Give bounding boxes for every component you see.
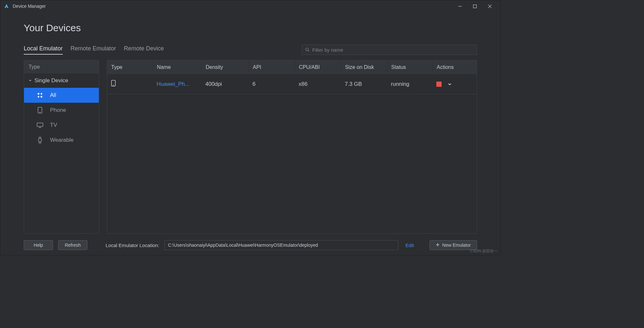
sidebar-item-label: TV [50,122,57,128]
svg-rect-9 [41,96,42,98]
sidebar-header: Type [24,60,99,73]
th-size: Size on Disk [341,60,387,74]
location-path: C:\Users\shaonaiyi\AppData\Local\Huawei\… [164,240,398,250]
maximize-button[interactable] [467,1,482,11]
footer: Help Refresh Local Emulator Location: C:… [24,240,477,250]
cell-api: 6 [249,81,295,87]
caret-down-icon [29,77,32,84]
sidebar: Type Single Device All [24,60,99,234]
window-title: Device Manager [13,4,46,9]
sidebar-item-label: All [50,92,56,98]
cell-cpu: x86 [295,81,341,87]
sidebar-item-all[interactable]: All [24,88,99,103]
minimize-button[interactable] [452,1,467,11]
sidebar-item-phone[interactable]: Phone [24,103,99,118]
grid-icon [36,93,44,98]
watch-icon [36,137,44,143]
cell-actions [432,82,477,87]
th-api: API [249,60,295,74]
tv-icon [36,123,44,128]
cell-type [107,80,153,88]
plus-icon [436,243,440,248]
sidebar-item-label: Phone [50,107,66,113]
phone-icon [111,82,116,88]
tab-local-emulator[interactable]: Local Emulator [24,45,63,55]
app-window: Device Manager Your Devices Local Emulat… [0,0,501,256]
tab-remote-emulator[interactable]: Remote Emulator [71,45,116,55]
edit-location-link[interactable]: Edit [406,243,414,248]
svg-point-14 [38,138,42,142]
actions-menu-button[interactable] [447,82,452,86]
tab-remote-device[interactable]: Remote Device [124,45,164,55]
refresh-button[interactable]: Refresh [58,240,87,250]
th-actions: Actions [432,60,477,74]
sidebar-item-wearable[interactable]: Wearable [24,133,99,148]
close-button[interactable] [482,1,497,11]
table-header: Type Name Density API CPU/ABI Size on Di… [107,60,477,74]
content: Your Devices Local Emulator Remote Emula… [24,22,477,250]
cell-name[interactable]: Huawei_Ph... [153,81,201,87]
app-logo-icon [4,3,9,9]
th-type: Type [107,60,153,74]
th-status: Status [387,60,432,74]
th-cpu: CPU/ABI [295,60,341,74]
th-name: Name [153,60,201,74]
search-icon [305,47,310,52]
help-button[interactable]: Help [24,240,53,250]
titlebar: Device Manager [0,0,500,12]
svg-rect-12 [37,123,43,126]
phone-icon [36,107,44,113]
sidebar-group-single-device[interactable]: Single Device [24,73,99,88]
sidebar-item-label: Wearable [50,137,73,143]
table-row: Huawei_Ph... 400dpi 6 x86 7.3 GB running [107,74,477,94]
search-input[interactable] [312,47,473,53]
th-density: Density [201,60,249,74]
tabs-row: Local Emulator Remote Emulator Remote De… [24,45,477,55]
cell-density: 400dpi [201,81,249,87]
svg-rect-7 [41,93,42,95]
svg-rect-1 [473,5,476,8]
new-emulator-label: New Emulator [442,243,471,248]
body-row: Type Single Device All [24,60,477,234]
svg-rect-6 [38,93,39,95]
search-box[interactable] [302,45,477,55]
cell-status: running [387,81,432,87]
svg-point-4 [306,48,308,51]
sidebar-item-tv[interactable]: TV [24,118,99,133]
svg-line-5 [308,50,309,52]
sidebar-group-label: Single Device [34,77,68,84]
svg-point-8 [38,96,39,98]
csdn-watermark: CSDN @邵奈一 [470,248,498,254]
tabs: Local Emulator Remote Emulator Remote De… [24,45,164,55]
stop-button[interactable] [436,82,442,87]
window-controls [452,1,497,11]
location-label: Local Emulator Location: [106,243,159,248]
device-table: Type Name Density API CPU/ABI Size on Di… [107,60,477,234]
cell-size: 7.3 GB [341,81,387,87]
page-title: Your Devices [24,22,477,33]
